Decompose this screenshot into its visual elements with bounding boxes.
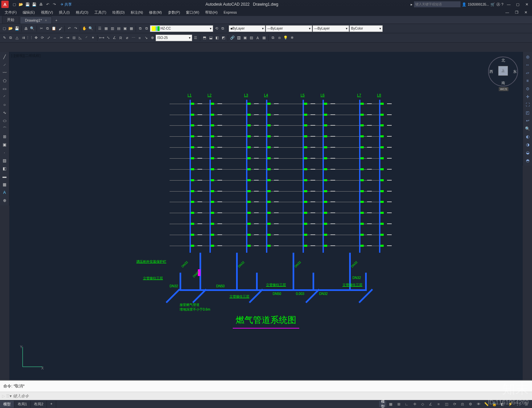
- stretch-icon[interactable]: ↔: [52, 35, 58, 41]
- grid-icon[interactable]: ▦: [387, 401, 394, 407]
- realtime-zoom-icon[interactable]: 🔍: [524, 125, 531, 132]
- region-icon[interactable]: ▬: [1, 173, 8, 180]
- layer-dropdown[interactable]: HZ-CC ▾: [150, 25, 213, 32]
- menu-edit[interactable]: 编辑(E): [20, 9, 38, 16]
- dim-radius-icon[interactable]: R: [118, 35, 124, 41]
- units-icon[interactable]: 📏: [483, 401, 490, 407]
- tolerance-icon[interactable]: ⊕: [149, 35, 155, 41]
- redo-icon[interactable]: ↷: [51, 1, 57, 7]
- preview-icon[interactable]: 🔍: [29, 26, 35, 32]
- dim-aligned-icon[interactable]: ⤡: [105, 35, 111, 41]
- more4-icon[interactable]: ◓: [524, 157, 531, 164]
- menu-draw[interactable]: 绘图(D): [110, 9, 127, 16]
- layer-prev-icon[interactable]: ⟲: [213, 26, 219, 32]
- command-input[interactable]: [13, 394, 530, 398]
- locate-icon[interactable]: ✛: [524, 93, 531, 100]
- dim-angular-icon[interactable]: ∠: [111, 35, 117, 41]
- scale-icon[interactable]: ⤢: [46, 35, 52, 41]
- group-icon[interactable]: ⧉: [270, 35, 276, 41]
- menu-dimension[interactable]: 标注(N): [128, 9, 146, 16]
- layer-freeze-icon[interactable]: ❄: [289, 35, 295, 41]
- status-model-button[interactable]: 模型: [379, 401, 386, 407]
- command-line[interactable]: ▷ ☰ ▾: [0, 392, 532, 400]
- make-block-icon[interactable]: ▣: [1, 141, 8, 148]
- close-button[interactable]: ✕: [523, 2, 531, 7]
- xref-icon[interactable]: 🔗: [229, 35, 235, 41]
- dim-baseline-icon[interactable]: ≡: [137, 35, 143, 41]
- polyline-icon[interactable]: 〰: [1, 69, 8, 76]
- addsel-icon[interactable]: ⊕: [1, 197, 8, 204]
- table-icon[interactable]: ▦: [1, 181, 8, 188]
- chamfer-icon[interactable]: ◺: [77, 35, 83, 41]
- share-button[interactable]: ✈ 共享: [61, 2, 72, 7]
- workspace-icon[interactable]: ⚙: [467, 401, 474, 407]
- clean-screen-icon[interactable]: ⛶: [515, 401, 522, 407]
- tab-start[interactable]: 开始: [2, 16, 19, 24]
- calc-icon[interactable]: ▦: [128, 26, 134, 32]
- new-icon[interactable]: ▢: [11, 1, 17, 7]
- rotate-icon[interactable]: ⟳: [39, 35, 45, 41]
- qnew-icon[interactable]: ▢: [1, 26, 7, 32]
- dctr-icon[interactable]: ▦: [103, 26, 109, 32]
- open2-icon[interactable]: 📂: [8, 26, 14, 32]
- doc-close-button[interactable]: ✕: [522, 10, 530, 15]
- menu-format[interactable]: 格式(O): [73, 9, 91, 16]
- layer-manager-icon[interactable]: ⧉: [137, 26, 143, 32]
- id-icon[interactable]: ⊙: [524, 85, 531, 92]
- plotstyle-dropdown[interactable]: ByColor▾: [349, 25, 383, 32]
- area-icon[interactable]: ▱: [524, 69, 531, 76]
- hardware-icon[interactable]: ⚡: [507, 401, 514, 407]
- customize-status-icon[interactable]: ☰: [523, 401, 530, 407]
- more3-icon[interactable]: ◒: [524, 149, 531, 156]
- redo2-icon[interactable]: ↷: [72, 26, 78, 32]
- menu-insert[interactable]: 插入(I): [56, 9, 72, 16]
- text-icon[interactable]: A: [1, 189, 8, 196]
- cart-icon[interactable]: 🛒: [490, 2, 495, 7]
- ellipse-arc-icon[interactable]: ⌒: [1, 125, 8, 132]
- maximize-button[interactable]: ▢: [514, 2, 522, 7]
- view-cube[interactable]: 上 北 南 西 东 WCS: [488, 57, 518, 93]
- snap-icon[interactable]: ⊞: [395, 401, 402, 407]
- point-icon[interactable]: ·: [1, 149, 8, 156]
- plot-icon[interactable]: 🖶: [38, 1, 44, 7]
- layout-add[interactable]: +: [47, 401, 56, 408]
- trim-icon[interactable]: ✂: [58, 35, 64, 41]
- print2-icon[interactable]: 🖶: [23, 26, 29, 32]
- tab-drawing1[interactable]: Drawing1* ×: [20, 17, 52, 24]
- ellipse-icon[interactable]: ⬭: [1, 117, 8, 124]
- more2-icon[interactable]: ◑: [524, 141, 531, 148]
- fillet-icon[interactable]: ◜: [83, 35, 89, 41]
- menu-view[interactable]: 视图(V): [38, 9, 56, 16]
- otrack-icon[interactable]: ∠: [427, 401, 434, 407]
- dimstyle-manager-icon[interactable]: ☰: [193, 35, 199, 41]
- app-menu-icon[interactable]: Ⓐ: [496, 2, 500, 7]
- list-icon[interactable]: ≡: [524, 77, 531, 84]
- menu-window[interactable]: 窗口(W): [183, 9, 202, 16]
- layer-off-icon[interactable]: 💡: [283, 35, 289, 41]
- prop-icon[interactable]: ☰: [97, 26, 103, 32]
- save-icon[interactable]: 💾: [25, 1, 31, 7]
- viewport-label[interactable]: [-][俯视][二维线框]: [11, 53, 41, 58]
- cycling-icon[interactable]: ⟳: [451, 401, 458, 407]
- search-icon[interactable]: ▸: [411, 2, 413, 7]
- move-icon[interactable]: ✥: [33, 35, 39, 41]
- linetype-dropdown[interactable]: — ByLayer▾: [266, 25, 312, 32]
- viewcube-w[interactable]: 西: [489, 69, 493, 74]
- pan-icon[interactable]: ✋: [81, 26, 87, 32]
- menu-modify[interactable]: 修改(M): [146, 9, 165, 16]
- dim-continue-icon[interactable]: ⋯: [130, 35, 136, 41]
- prev-zoom-icon[interactable]: ↩: [524, 117, 531, 124]
- viewcube-e[interactable]: 东: [513, 69, 517, 74]
- block-icon[interactable]: ▣: [242, 35, 248, 41]
- array-icon[interactable]: ⋮⋮: [27, 35, 33, 41]
- tab-new[interactable]: +: [53, 17, 60, 24]
- view-top-icon[interactable]: ⬒: [201, 35, 207, 41]
- menu-express[interactable]: Express: [221, 10, 239, 15]
- minimize-button[interactable]: —: [505, 2, 513, 6]
- copy2-icon[interactable]: ⧉: [8, 35, 14, 41]
- line-icon[interactable]: ╱: [1, 53, 8, 61]
- polygon-icon[interactable]: ⬠: [1, 77, 8, 84]
- ann-monitor-icon[interactable]: 👁: [475, 401, 482, 407]
- doc-min-button[interactable]: —: [503, 10, 512, 15]
- layer-states-icon[interactable]: ⧉: [144, 26, 150, 32]
